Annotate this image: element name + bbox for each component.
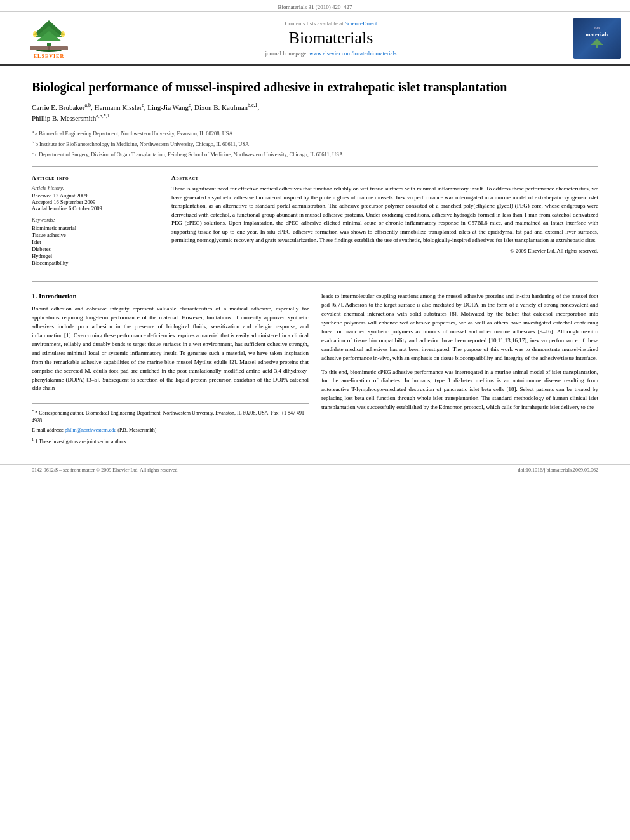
affil-b: b b Institute for BioNanotechnology in M… bbox=[32, 139, 598, 149]
available-date: Available online 6 October 2009 bbox=[32, 205, 159, 211]
body-col-right: leads to intermolecular coupling reactio… bbox=[321, 292, 598, 448]
contents-label: Contents lists available at bbox=[285, 20, 344, 27]
keyword-5: Hydrogel bbox=[32, 253, 159, 259]
history-label: Article history: bbox=[32, 185, 159, 191]
elsevier-brand-text: ELSEVIER bbox=[34, 53, 64, 59]
email-label: E-mail address: bbox=[32, 427, 64, 433]
corresponding-word: * Corresponding bbox=[35, 410, 69, 416]
elsevier-logo-area: ELSEVIER bbox=[8, 17, 90, 59]
journal-title: Biomaterials bbox=[97, 29, 565, 48]
affil-c: c c Department of Surgery, Division of O… bbox=[32, 149, 598, 159]
sciencedirect-link[interactable]: ScienceDirect bbox=[345, 20, 377, 27]
keyword-3: Islet bbox=[32, 239, 159, 245]
sciencedirect-line: Contents lists available at ScienceDirec… bbox=[97, 20, 565, 27]
affil-a: a a Biomedical Engineering Department, N… bbox=[32, 128, 598, 138]
homepage-label: journal homepage: bbox=[265, 50, 308, 57]
abstract-body: There is significant need for effective … bbox=[171, 185, 598, 245]
info-abstract-section: Article info Article history: Received 1… bbox=[32, 175, 598, 271]
svg-marker-9 bbox=[591, 39, 603, 45]
keyword-4: Diabetes bbox=[32, 246, 159, 252]
keywords-section: Keywords: Biomimetic material Tissue adh… bbox=[32, 217, 159, 266]
citation-text: Biomaterials 31 (2010) 420–427 bbox=[278, 4, 352, 10]
article-title: Biological performance of mussel-inspire… bbox=[32, 79, 598, 95]
biomaterials-logo: Bio materials bbox=[573, 18, 621, 59]
article-info-heading: Article info bbox=[32, 175, 159, 181]
received-date: Received 12 August 2009 bbox=[32, 192, 159, 199]
keywords-label: Keywords: bbox=[32, 217, 159, 223]
keyword-2: Tissue adhesive bbox=[32, 232, 159, 238]
bottom-bar: 0142-9612/$ – see front matter © 2009 El… bbox=[0, 464, 630, 476]
body-section: 1. Introduction Robust adhesion and cohe… bbox=[32, 292, 598, 448]
doi-text: doi:10.1016/j.biomaterials.2009.09.062 bbox=[518, 467, 598, 473]
joint-note-text: 1 These investigators are joint senior a… bbox=[35, 439, 127, 444]
article-history-section: Article history: Received 12 August 2009… bbox=[32, 185, 159, 211]
svg-point-5 bbox=[33, 31, 37, 37]
copyright-line: © 2009 Elsevier Ltd. All rights reserved… bbox=[171, 248, 598, 254]
journal-homepage: journal homepage: www.elsevier.com/locat… bbox=[97, 50, 565, 57]
section1-heading: 1. Introduction bbox=[32, 292, 309, 300]
homepage-url: www.elsevier.com/locate/biomaterials bbox=[309, 50, 396, 57]
footnote-corresponding: * * Corresponding author. Biomedical Eng… bbox=[32, 408, 309, 425]
body-para1: Robust adhesion and cohesive integrity r… bbox=[32, 305, 309, 393]
elsevier-logo: ELSEVIER bbox=[23, 17, 74, 59]
body-col-left: 1. Introduction Robust adhesion and cohe… bbox=[32, 292, 309, 448]
abstract-heading: Abstract bbox=[171, 175, 598, 181]
keyword-6: Biocompatibility bbox=[32, 260, 159, 266]
body-para2: leads to intermolecular coupling reactio… bbox=[321, 292, 598, 363]
accepted-date: Accepted 16 September 2009 bbox=[32, 199, 159, 205]
authors-line: Carrie E. Brubakera,b, Hermann Kisslerc,… bbox=[32, 102, 598, 123]
footnote-email: E-mail address: philm@northwestern.edu (… bbox=[32, 427, 309, 434]
article-info-column: Article info Article history: Received 1… bbox=[32, 175, 159, 271]
svg-point-6 bbox=[61, 31, 65, 37]
biomaterials-logo-area: Bio materials bbox=[572, 18, 622, 59]
abstract-column: Abstract There is significant need for e… bbox=[171, 175, 598, 271]
issn-text: 0142-9612/$ – see front matter © 2009 El… bbox=[32, 467, 179, 473]
footnote-joint: 1 1 These investigators are joint senior… bbox=[32, 436, 309, 446]
elsevier-tree-icon bbox=[23, 17, 74, 52]
keyword-1: Biomimetic material bbox=[32, 225, 159, 231]
main-content: Biological performance of mussel-inspire… bbox=[0, 66, 630, 460]
affiliations: a a Biomedical Engineering Department, N… bbox=[32, 128, 598, 159]
logo-tree-icon bbox=[587, 37, 607, 50]
journal-center: Contents lists available at ScienceDirec… bbox=[97, 20, 565, 57]
footnote-area: * * Corresponding author. Biomedical Eng… bbox=[32, 403, 309, 445]
email-address: philm@northwestern.edu bbox=[65, 427, 116, 433]
email-person: (P.B. Messersmith). bbox=[117, 427, 158, 433]
journal-citation: Biomaterials 31 (2010) 420–427 bbox=[0, 0, 630, 12]
svg-rect-10 bbox=[596, 45, 598, 48]
abstract-body-divider bbox=[32, 281, 598, 282]
body-para3: To this end, biomimetic cPEG adhesive pe… bbox=[321, 368, 598, 413]
journal-header: ELSEVIER Contents lists available at Sci… bbox=[0, 12, 630, 66]
corresponding-text: author. Biomedical Engineering Departmen… bbox=[32, 410, 304, 423]
header-divider bbox=[32, 166, 598, 167]
